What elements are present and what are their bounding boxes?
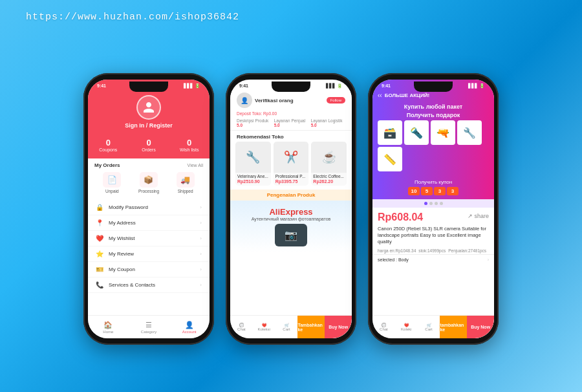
coupon-badge-3[interactable]: 3 [434,187,446,195]
share-button[interactable]: ↗ share [468,213,489,219]
chat-nav-3[interactable]: 💬 Chat [372,316,395,338]
chevron-icon: › [200,204,202,210]
aliexpress-sub: Аутентичный магазин фотоаппаратов [252,217,331,221]
signal-icon: ▋▋▋ [326,83,336,89]
koleksi-label: Koleksi [258,327,270,331]
chevron-icon: › [200,235,202,241]
orders-header: My Orders View All [94,162,203,168]
chat-icon: 💬 [239,323,244,327]
cart-icon-3: 🛒 [427,323,431,327]
order-shipped[interactable]: 🚚 Shipped [177,172,195,193]
product-name-2: Professional P... [274,173,309,179]
phone-3-time: 9:41 [382,83,391,88]
sign-in-label[interactable]: Sign In / Register [88,122,210,129]
add-to-cart-button-3[interactable]: tambahkan ke [440,316,467,338]
menu-services-contacts[interactable]: 📞 Services & Contacts › [88,278,210,293]
view-all-link[interactable]: View All [188,163,203,168]
meta-stok: stok:14999pcs [418,248,446,253]
phone-1-header: Sign In / Register [88,90,210,138]
aliexpress-brand: AliExpress [269,207,312,217]
product-card-1[interactable]: 🔧 Veterinary Ane... Rp2510.90 [235,142,271,186]
koleki-nav-3[interactable]: ❤️ Koleki [395,316,418,338]
nav-home[interactable]: 🏠 Home [88,316,129,338]
product-card-3[interactable]: ☕ Electric Coffee... Rp262.20 [311,142,347,186]
meta-penjualan: Penjualan:27481pcs [448,248,486,253]
koleki-label-3: Koleki [401,327,411,331]
buy-now-button-3[interactable]: Buy Now [467,316,494,338]
menu-my-address[interactable]: 📍 My Address › [88,215,210,231]
phone-2-status-icons: ▋▋▋ 🔋 [326,83,343,89]
signal-icon: ▋▋▋ [184,83,193,89]
add-to-cart-button[interactable]: Tambahkan ke [297,316,325,338]
ticket-icon: 🎫 [96,266,103,273]
promo-product-5: 📏 [378,147,402,171]
phone-3-bottom-nav: 💬 Chat ❤️ Koleki 🛒 Cart tambahkan ke Buy… [372,315,494,338]
shipped-icon: 🚚 [177,172,195,188]
menu-modify-password[interactable]: 🔒 Modify Password › [88,200,210,215]
processing-label: Processing [138,189,159,193]
selected-section[interactable]: selected : Body › [372,254,494,265]
phone-3: 9:41 ▋▋▋ 🔋 ‹‹ БОЛЬШЕ АКЦИЙ! Купить любой… [368,73,499,345]
rating-logistik: Layanan Logistik 5.0 [311,118,345,127]
buy-now-button[interactable]: Buy Now [325,316,352,338]
nav-category[interactable]: ☰ Category [129,316,169,338]
coupon-section: Получить купон 10 5 3 3 [372,177,494,199]
chevron-icon: › [200,251,202,257]
promo-products: 🗃️ 🔦 🔫 🔧 📏 [378,120,489,171]
koleksi-nav[interactable]: ❤️ Koleksi [253,316,275,338]
product-meta: harga en:Rp1048.34 stok:14999pcs Penjual… [372,247,494,254]
koleki-icon-3: ❤️ [404,323,409,327]
phone-1-stats: 0 Coupons 0 Orders 0 Wish lists [88,138,210,158]
phone-2-bottom-nav: 💬 Chat ❤️ Koleksi 🛒 Cart Tambahkan ke Bu… [230,315,352,338]
product-title: Canon 250D (Rebel SL3) SLR camera Suitab… [378,226,489,245]
chevron-icon: › [200,220,202,226]
url-bar: https://www.huzhan.com/ishop36842 [26,12,239,23]
product-name-3: Electric Coffee... [311,173,347,179]
chat-nav[interactable]: 💬 Chat [230,316,253,338]
rating-produk: Deskripsi Produk 5.0 [237,118,272,127]
promo-product-2: 🔦 [404,120,429,145]
menu-my-coupon[interactable]: 🎫 My Coupon › [88,262,210,278]
product-img-2: ✂️ [274,142,309,173]
back-arrow-icon[interactable]: ‹‹ [378,92,382,99]
signal-icon: ▋▋▋ [468,83,478,89]
cart-nav[interactable]: 🛒 Cart [275,316,298,338]
coupon-badge-1[interactable]: 10 [408,187,420,195]
camera-image: 📷 [275,224,307,246]
product-price-2: Rp3395.75 [274,179,309,186]
cart-nav-3[interactable]: 🛒 Cart [418,316,440,338]
coupon-title: Получить купон [378,179,489,185]
star-icon: ⭐ [96,250,103,257]
follow-button[interactable]: Follow [327,97,345,103]
order-processing[interactable]: 📦 Processing [138,172,159,193]
menu-my-wishlist[interactable]: ❤️ My Wishlist › [88,231,210,246]
logistik-val: 5.0 [311,123,317,127]
product-price-1: Rp2510.90 [235,179,271,186]
phone-1-time: 9:41 [97,83,106,88]
wishlists-label: Wish lists [169,147,210,152]
store-avatar: 👤 [237,93,252,108]
aliexpress-banner: AliExpress Аутентичный магазин фотоаппар… [230,201,352,252]
orders-count: 0 [129,138,169,147]
promo-title-2: Получить подарок [378,112,489,118]
phone-2-notch [272,82,310,92]
carousel-dots [372,199,494,208]
nav-account[interactable]: 👤 Account [169,316,210,338]
phone-1-bottom-nav: 🏠 Home ☰ Category 👤 Account [88,315,210,338]
menu-my-review[interactable]: ⭐ My Review › [88,246,210,262]
deposit-bar: Deposit Toko: Rp0.00 [230,111,352,116]
order-unpaid[interactable]: 📄 Unpaid [103,172,121,193]
phone-2-time: 9:41 [239,83,248,88]
home-icon: 🏠 [103,321,113,329]
chevron-icon: › [200,267,202,272]
ratings-row: Deskripsi Produk 5.0 Layanan Penjual 5.0… [230,116,352,131]
product-card-2[interactable]: ✂️ Professional P... Rp3395.75 [274,142,309,186]
orders-icons: 📄 Unpaid 📦 Processing 🚚 Shipped [94,172,203,193]
promo-title-1: Купить любой пакет [378,103,489,110]
stat-wishlists: 0 Wish lists [169,138,210,152]
coupon-badge-2[interactable]: 5 [421,187,433,195]
penjual-label: Layanan Penjual [274,118,305,123]
coupon-badge-4[interactable]: 3 [447,187,458,195]
cart-label: Cart [283,327,290,331]
product-desc: Canon 250D (Rebel SL3) SLR camera Suitab… [372,224,494,247]
